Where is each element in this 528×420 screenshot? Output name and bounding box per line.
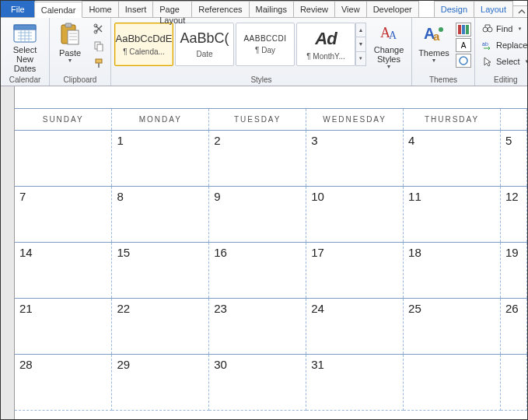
group-clipboard: Paste ▼ Clipboard [50,18,111,86]
paste-label: Paste [59,48,81,58]
svg-rect-1 [14,25,36,30]
replace-icon: ab [482,40,493,51]
day-cell[interactable]: 19 [501,243,527,299]
paintbrush-icon [93,58,104,68]
day-cell[interactable]: 11 [404,187,501,243]
day-cell[interactable]: 21 [15,299,112,355]
header-sunday: SUNDAY [15,109,112,131]
day-cell[interactable]: 7 [15,187,112,243]
dropdown-arrow-icon: ▼ [525,59,528,64]
style-item-day[interactable]: AABBCCDI ¶ Day [236,23,295,66]
gallery-scroll-up[interactable]: ▲ [355,23,366,37]
format-painter-button[interactable] [90,55,107,71]
style-item-calendar[interactable]: AaBbCcDdE ¶ Calenda... [114,23,173,66]
day-cell[interactable]: 1 [112,131,209,187]
day-cell[interactable]: 22 [112,299,209,355]
day-cell[interactable]: 28 [15,355,112,411]
tab-mailings[interactable]: Mailings [249,1,294,17]
calendar-row: 7 8 9 10 11 12 [15,187,527,243]
day-cell[interactable]: 4 [404,131,501,187]
tab-references[interactable]: References [191,1,249,17]
gallery-expand[interactable]: ▾ [355,52,366,66]
day-cell[interactable]: 23 [209,299,306,355]
style-item-date[interactable]: AaBbC( Date [175,23,234,66]
svg-rect-18 [96,59,102,63]
day-cell[interactable]: 31 [306,355,404,411]
find-button[interactable]: Find ▼ [478,21,528,37]
group-label-styles: Styles [114,75,408,86]
day-cell[interactable]: 5 [501,131,527,187]
page[interactable]: SUNDAY MONDAY TUESDAY WEDNESDAY THURSDAY… [15,86,527,419]
tab-view[interactable]: View [334,1,367,17]
day-cell[interactable]: 3 [306,131,404,187]
collapse-ribbon-button[interactable] [512,5,528,17]
cut-button[interactable] [90,21,107,37]
day-cell[interactable]: 2 [209,131,306,187]
themes-icon: Aa [421,22,446,47]
tab-insert[interactable]: Insert [118,1,154,17]
day-cell[interactable]: 29 [112,355,209,411]
day-cell[interactable]: 14 [15,243,112,299]
calendar-table[interactable]: SUNDAY MONDAY TUESDAY WEDNESDAY THURSDAY… [15,108,527,411]
day-cell[interactable]: 15 [112,243,209,299]
group-editing: Find ▼ ab Replace Select ▼ Edi [475,18,528,86]
day-cell[interactable]: 17 [306,243,404,299]
calendar-icon [12,22,37,44]
day-cell[interactable] [15,131,112,187]
day-cell[interactable]: 8 [112,187,209,243]
gallery-scroll-down[interactable]: ▼ [355,37,366,51]
svg-rect-19 [98,63,100,68]
ribbon: Select New Dates Calendar Paste ▼ [1,18,527,86]
day-cell[interactable]: 18 [404,243,501,299]
group-label-editing: Editing [478,75,528,86]
change-styles-button[interactable]: AA Change Styles ▼ [369,19,408,71]
styles-gallery: AaBbCcDdE ¶ Calenda... AaBbC( Date AABBC… [114,19,366,66]
svg-point-30 [488,27,492,32]
fonts-icon: A [461,41,467,50]
svg-point-24 [439,27,443,32]
day-cell[interactable]: 24 [306,299,404,355]
tab-calendar[interactable]: Calendar [34,2,83,18]
group-themes: Aa Themes ▼ A Themes [412,18,475,86]
theme-fonts-button[interactable]: A [456,38,471,52]
colors-icon [458,25,469,34]
svg-rect-27 [466,25,469,34]
chevron-up-icon [518,8,526,16]
tab-layout[interactable]: Layout [474,1,513,17]
style-item-month[interactable]: Ad ¶ MonthY... [296,23,355,66]
day-cell[interactable]: 12 [501,187,527,243]
svg-rect-26 [462,25,465,34]
tab-developer[interactable]: Developer [366,1,419,17]
calendar-row: 1 2 3 4 5 [15,131,527,187]
day-cell[interactable]: 26 [501,299,527,355]
day-cell[interactable] [404,355,501,411]
change-styles-label: Change Styles [372,45,406,64]
day-cell[interactable]: 30 [209,355,306,411]
day-cell[interactable]: 10 [306,187,404,243]
day-cell[interactable]: 9 [209,187,306,243]
group-label-clipboard: Clipboard [53,75,107,86]
day-cell[interactable]: 16 [209,243,306,299]
theme-effects-button[interactable] [456,54,471,68]
tab-page-layout[interactable]: Page Layout [152,1,192,17]
tab-file[interactable]: File [1,1,35,17]
dropdown-arrow-icon: ▼ [68,58,73,63]
document-area: SUNDAY MONDAY TUESDAY WEDNESDAY THURSDAY… [1,86,527,419]
tab-review[interactable]: Review [293,1,335,17]
svg-text:A: A [389,30,397,41]
paste-button[interactable]: Paste ▼ [53,19,87,71]
replace-button[interactable]: ab Replace [478,37,528,53]
select-button[interactable]: Select ▼ [478,54,528,69]
svg-point-29 [483,27,488,32]
change-styles-icon: AA [376,22,401,44]
day-cell[interactable]: 25 [404,299,501,355]
day-cell[interactable] [501,355,527,411]
copy-button[interactable] [90,38,107,54]
tab-design[interactable]: Design [434,1,474,17]
calendar-row: 21 22 23 24 25 26 [15,299,527,355]
calendar-row: 14 15 16 17 18 19 [15,243,527,299]
theme-colors-button[interactable] [456,23,471,37]
select-new-dates-button[interactable]: Select New Dates [4,19,46,71]
tab-home[interactable]: Home [82,1,118,17]
themes-button[interactable]: Aa Themes ▼ [415,19,453,71]
